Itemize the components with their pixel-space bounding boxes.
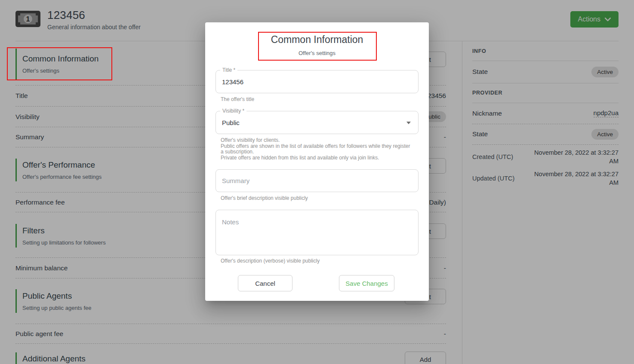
visibility-helper-text: Offer's visibility for clients. Public o… (221, 138, 413, 161)
annotation-box-dialog-title (258, 32, 377, 61)
notes-helper-text: Offer's description (verbose) visible pu… (221, 258, 413, 264)
title-input[interactable] (216, 70, 418, 93)
save-changes-button[interactable]: Save Changes (339, 275, 394, 291)
common-information-dialog: Common Information Offer's settings Titl… (205, 22, 429, 301)
visibility-helper-line: Public offers are shown in the list of a… (221, 144, 413, 155)
title-field: Title * (215, 70, 419, 93)
notes-textarea[interactable] (216, 210, 418, 255)
summary-field (215, 169, 419, 192)
caret-down-icon (406, 122, 411, 124)
notes-field (215, 210, 419, 255)
annotation-box-section-header (7, 47, 112, 80)
title-helper-text: The offer's title (221, 97, 413, 103)
visibility-select[interactable]: Visibility * Public (215, 111, 419, 134)
summary-helper-text: Offer's brief description visible public… (221, 196, 413, 202)
visibility-helper-line: Offer's visibility for clients. (221, 138, 413, 144)
summary-input[interactable] (216, 170, 418, 192)
cancel-button[interactable]: Cancel (238, 275, 292, 291)
visibility-helper-line: Private offers are hidden from this list… (221, 155, 413, 161)
visibility-selected-value: Public (222, 111, 240, 134)
